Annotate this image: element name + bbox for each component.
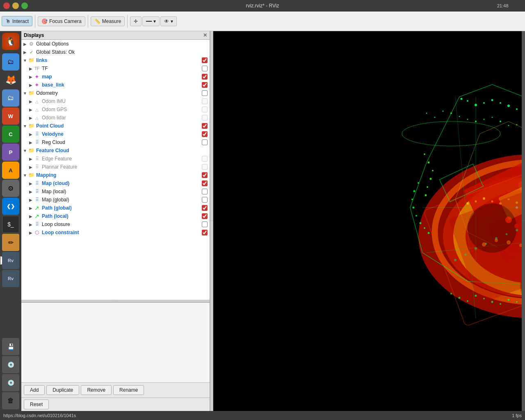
checkbox-point-cloud[interactable]	[202, 123, 208, 129]
dock-item-rviz2[interactable]: Rv	[2, 270, 19, 287]
3d-viewport[interactable]: ⋮	[213, 31, 525, 411]
interact-button[interactable]: 🖱 Interact	[2, 16, 32, 26]
checkbox-cell-edge-feature[interactable]	[200, 156, 210, 162]
tree-arrow-edge-feature[interactable]: ▶	[28, 156, 34, 162]
tree-arrow-map-local[interactable]: ▶	[28, 189, 34, 194]
checkbox-reg-cloud[interactable]	[202, 139, 208, 145]
tree-arrow-base-link[interactable]: ▶	[28, 82, 34, 88]
checkbox-cell-point-cloud[interactable]	[200, 123, 210, 129]
checkbox-cell-odom-lidar[interactable]	[200, 115, 210, 121]
dock-item-hdd[interactable]: 💿	[2, 356, 19, 373]
checkbox-cell-path-global[interactable]	[200, 205, 210, 211]
tree-arrow-map-global[interactable]: ▶	[28, 197, 34, 203]
checkbox-cell-odometry[interactable]	[200, 90, 210, 96]
tree-item-map-local[interactable]: ▶ ⠿ Map (local)	[21, 187, 210, 196]
checkbox-cell-base-link[interactable]	[200, 82, 210, 88]
checkbox-cell-mapping[interactable]	[200, 172, 210, 178]
tree-item-velodyne[interactable]: ▶ ⠿ Velodyne	[21, 130, 210, 138]
dock-item-files[interactable]: 🗂	[2, 53, 19, 71]
tree-item-reg-cloud[interactable]: ▶ ⠿ Reg Cloud	[21, 138, 210, 146]
measure-button[interactable]: 📏 Measure	[91, 16, 125, 26]
dock-item-writer[interactable]: W	[2, 107, 19, 125]
checkbox-cell-map[interactable]	[200, 74, 210, 80]
focus-camera-button[interactable]: 🎯 Focus Camera	[38, 16, 85, 26]
checkbox-path-local[interactable]	[202, 213, 208, 219]
tree-arrow-path-local[interactable]: ▶	[28, 213, 34, 219]
checkbox-map-global[interactable]	[202, 197, 208, 203]
displays-close-icon[interactable]: ✕	[203, 32, 207, 38]
dock-item-vscode[interactable]: ❮❯	[2, 198, 19, 215]
tree-item-global-status[interactable]: ▶ ✓ Global Status: Ok	[21, 48, 210, 56]
checkbox-cell-loop-closure[interactable]	[200, 221, 210, 227]
tree-arrow-plannar-feature[interactable]: ▶	[28, 164, 34, 170]
checkbox-cell-odom-imu[interactable]	[200, 98, 210, 104]
tree-item-odometry[interactable]: ▼ 📁 Odometry	[21, 89, 210, 97]
tree-arrow-loop-constraint[interactable]: ▶	[28, 230, 34, 235]
checkbox-cell-links[interactable]	[200, 57, 210, 63]
checkbox-cell-map-global[interactable]	[200, 197, 210, 203]
tree-item-map-cloud[interactable]: ▶ ⠿ Map (cloud)	[21, 179, 210, 187]
tree-item-loop-closure[interactable]: ▶ ⠿ Loop closure	[21, 220, 210, 228]
checkbox-cell-map-local[interactable]	[200, 189, 210, 194]
tree-arrow-tf[interactable]: ▶	[28, 66, 34, 71]
tree-arrow-global-options[interactable]: ▶	[22, 41, 28, 47]
add-button[interactable]: Add	[24, 385, 45, 395]
tree-arrow-point-cloud[interactable]: ▼	[22, 123, 28, 129]
checkbox-links[interactable]	[202, 57, 208, 63]
dock-item-settings[interactable]: ⚙	[2, 180, 19, 197]
tree-arrow-velodyne[interactable]: ▶	[28, 131, 34, 137]
tree-item-path-global[interactable]: ▶ ↗ Path (global)	[21, 204, 210, 212]
reset-button[interactable]: Reset	[24, 399, 49, 409]
checkbox-cell-odom-gps[interactable]	[200, 107, 210, 112]
tree-arrow-global-status[interactable]: ▶	[22, 49, 28, 55]
dock-item-amazon[interactable]: A	[2, 162, 19, 179]
window-maximize-button[interactable]	[21, 2, 28, 9]
tree-arrow-odom-imu[interactable]: ▶	[28, 98, 34, 104]
tree-arrow-mapping[interactable]: ▼	[22, 172, 28, 178]
duplicate-button[interactable]: Duplicate	[46, 385, 79, 395]
dock-item-usb[interactable]: 💾	[2, 338, 19, 355]
dock-item-ubuntu[interactable]: 🐧	[2, 33, 19, 50]
checkbox-path-global[interactable]	[202, 205, 208, 211]
tree-arrow-map[interactable]: ▶	[28, 74, 34, 80]
move-button[interactable]: ✛	[130, 16, 142, 26]
checkbox-tf[interactable]	[202, 66, 208, 71]
tree-item-path-local[interactable]: ▶ ↗ Path (local)	[21, 212, 210, 220]
tree-item-feature-cloud[interactable]: ▼ 📁 Feature Cloud	[21, 146, 210, 155]
checkbox-mapping[interactable]	[202, 172, 208, 178]
panel-collapse-handle[interactable]: ⋮	[210, 31, 213, 411]
checkbox-plannar-feature[interactable]	[202, 164, 208, 170]
tree-item-edge-feature[interactable]: ▶ ⠿ Edge Feature	[21, 155, 210, 163]
tree-arrow-links[interactable]: ▼	[22, 57, 28, 63]
checkbox-base-link[interactable]	[202, 82, 208, 88]
dock-item-impress[interactable]: P	[2, 144, 19, 161]
tree-arrow-odometry[interactable]: ▼	[22, 90, 28, 96]
checkbox-odom-imu[interactable]	[202, 98, 208, 104]
checkbox-map-cloud[interactable]	[202, 180, 208, 186]
tree-item-map-global[interactable]: ▶ ⠿ Map (global)	[21, 196, 210, 204]
checkbox-odom-gps[interactable]	[202, 107, 208, 112]
tree-arrow-map-cloud[interactable]: ▶	[28, 180, 34, 186]
tree-item-loop-constraint[interactable]: ▶ ⬡ Loop constraint	[21, 228, 210, 237]
view-button[interactable]: 👁 ▾	[160, 16, 177, 26]
checkbox-loop-closure[interactable]	[202, 221, 208, 227]
tree-item-map[interactable]: ▶ ✦ map	[21, 73, 210, 81]
tree-item-odom-lidar[interactable]: ▶ △ Odom lidar	[21, 114, 210, 122]
tree-arrow-loop-closure[interactable]: ▶	[28, 221, 34, 227]
tree-arrow-feature-cloud[interactable]: ▼	[22, 148, 28, 153]
tree-item-plannar-feature[interactable]: ▶ ⠿ Plannar Feature	[21, 163, 210, 171]
dock-item-thunar[interactable]: 🗂	[2, 89, 19, 107]
dock-item-trash[interactable]: 🗑	[2, 392, 19, 409]
tree-arrow-path-global[interactable]: ▶	[28, 205, 34, 211]
dock-item-editor[interactable]: ✏	[2, 234, 19, 251]
checkbox-cell-velodyne[interactable]	[200, 131, 210, 137]
tree-item-base-link[interactable]: ▶ ✦ base_link	[21, 81, 210, 89]
tree-arrow-odom-lidar[interactable]: ▶	[28, 115, 34, 121]
checkbox-edge-feature[interactable]	[202, 156, 208, 162]
checkbox-cell-tf[interactable]	[200, 66, 210, 71]
checkbox-loop-constraint[interactable]	[202, 230, 208, 235]
checkbox-odom-lidar[interactable]	[202, 115, 208, 121]
dock-item-terminal[interactable]: $_	[2, 216, 19, 233]
checkbox-map-local[interactable]	[202, 189, 208, 194]
camera-type-button[interactable]: ━━ ▾	[142, 16, 160, 26]
